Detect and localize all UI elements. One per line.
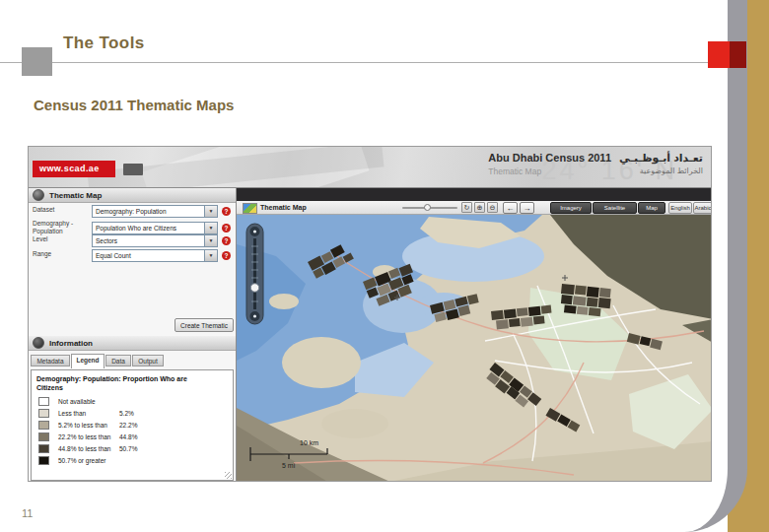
- zoom-out-button[interactable]: ⊖: [487, 202, 498, 213]
- language-arabic-button[interactable]: Arabic: [693, 202, 712, 214]
- opacity-slider[interactable]: [402, 207, 457, 209]
- red-accent-dark: [730, 41, 746, 68]
- level-dropdown[interactable]: Sectors ▼: [92, 234, 218, 247]
- chevron-down-icon[interactable]: ▼: [204, 206, 217, 217]
- map-icon: [243, 203, 257, 214]
- forward-button[interactable]: →: [520, 202, 534, 214]
- scale-km-label: 10 km: [300, 439, 318, 446]
- tab-metadata[interactable]: Metadata: [31, 355, 70, 366]
- refresh-button[interactable]: ↻: [461, 202, 472, 213]
- field-row-demography: Demography - Population Population Who a…: [29, 219, 236, 234]
- legend-swatch: [38, 456, 49, 465]
- logo-mark-icon: [123, 164, 143, 175]
- zoom-slider[interactable]: [246, 224, 263, 324]
- map-top-bar: [237, 188, 712, 201]
- legend-item: Not available: [38, 396, 233, 408]
- basemap-satellite-button[interactable]: Satellite: [593, 202, 637, 214]
- slider-knob[interactable]: [424, 204, 431, 211]
- legend-item: Less than 5.2%: [38, 408, 233, 420]
- information-label: Information: [49, 339, 93, 348]
- help-icon[interactable]: ?: [222, 236, 231, 245]
- app-window: 24° 16' N www.scad.ae Abu Dhabi Census 2…: [28, 146, 712, 482]
- legend-text: 22.2% to less than: [58, 433, 119, 440]
- app-title-english: Abu Dhabi Census 2011: [488, 152, 611, 164]
- tab-output[interactable]: Output: [132, 355, 164, 366]
- app-banner: 24° 16' N www.scad.ae Abu Dhabi Census 2…: [29, 147, 711, 188]
- legend-item: 44.8% to less than 50.7%: [38, 443, 233, 455]
- field-label: Range: [33, 250, 90, 258]
- page-number: 11: [22, 507, 33, 519]
- language-english-button[interactable]: English: [668, 202, 692, 214]
- basemap-map-button[interactable]: Map: [638, 202, 665, 214]
- back-button[interactable]: ←: [503, 202, 518, 214]
- zoom-slider-thumb[interactable]: [250, 284, 258, 292]
- map-canvas[interactable]: 10 km 5 mi: [237, 215, 712, 482]
- slide-content-panel: The Tools Census 2011 Thematic Maps 24° …: [0, 0, 747, 532]
- legend-swatch: [38, 409, 49, 418]
- help-icon[interactable]: ?: [222, 251, 231, 260]
- legend-text: Less than: [58, 410, 119, 417]
- legend-value: 5.2%: [119, 410, 134, 417]
- legend-text: Not available: [58, 398, 119, 405]
- app-subtitle-english: Thematic Map: [488, 166, 541, 176]
- info-icon: [33, 337, 44, 349]
- scale-mi-label: 5 mi: [282, 462, 296, 469]
- banner-titles: Abu Dhabi Census 2011 تعـداد أبـوظـبـي T…: [488, 152, 703, 176]
- legend-panel: Demography: Population: Proportion Who a…: [31, 369, 234, 481]
- map-tab-label: Thematic Map: [260, 204, 307, 211]
- slide: The Tools Census 2011 Thematic Maps 24° …: [0, 0, 769, 532]
- legend-item: 5.2% to less than 22.2%: [38, 420, 233, 432]
- app-subtitle-arabic: الخرائط الموضوعية: [640, 166, 703, 176]
- chevron-down-icon[interactable]: ▼: [204, 250, 217, 261]
- panel-header-label: Thematic Map: [49, 191, 102, 200]
- control-panel: Thematic Map Dataset Demography: Populat…: [29, 188, 237, 482]
- globe-icon: [33, 189, 44, 201]
- legend-swatch: [38, 444, 49, 453]
- legend-value: 50.7%: [119, 445, 137, 452]
- dropdown-value: Population Who are Citizens: [93, 223, 204, 233]
- chevron-down-icon[interactable]: ▼: [204, 235, 217, 246]
- scad-site-badge[interactable]: www.scad.ae: [33, 161, 115, 177]
- legend-item: 22.2% to less than 44.8%: [38, 432, 233, 443]
- field-row-range: Range Equal Count ▼ ?: [29, 249, 236, 265]
- legend-title: Demography: Population: Proportion Who a…: [36, 374, 194, 393]
- basemap-imagery-button[interactable]: Imagery: [550, 202, 592, 214]
- legend-value: 44.8%: [119, 433, 137, 440]
- dataset-dropdown[interactable]: Demography: Population ▼: [92, 205, 218, 218]
- demography-dropdown[interactable]: Population Who are Citizens ▼: [92, 222, 218, 234]
- help-icon[interactable]: ?: [222, 207, 231, 216]
- legend-swatch: [38, 421, 49, 430]
- legend-text: 44.8% to less than: [58, 445, 119, 452]
- field-row-level: Level Sectors ▼ ?: [29, 234, 236, 250]
- info-tabs: Metadata Legend Data Output: [31, 354, 238, 368]
- tab-data[interactable]: Data: [105, 355, 131, 366]
- help-icon[interactable]: ?: [222, 224, 231, 233]
- slide-title: The Tools: [63, 33, 145, 53]
- map-toolbar: Thematic Map ↻ ⊕ ⊖ ← → Imagery Satellite…: [237, 201, 712, 215]
- slide-subtitle: Census 2011 Thematic Maps: [34, 97, 234, 113]
- legend-item: 50.7% or greater: [38, 455, 233, 467]
- field-label: Level: [33, 235, 90, 243]
- dropdown-value: Sectors: [93, 235, 204, 246]
- range-dropdown[interactable]: Equal Count ▼: [92, 249, 218, 262]
- dropdown-value: Demography: Population: [93, 206, 204, 217]
- legend-text: 50.7% or greater: [58, 457, 119, 464]
- zoom-in-button[interactable]: ⊕: [474, 202, 485, 213]
- panel-header: Thematic Map: [29, 188, 236, 203]
- field-label: Dataset: [33, 206, 90, 214]
- create-thematic-button[interactable]: Create Thematic: [175, 318, 234, 332]
- legend-swatch: [38, 432, 49, 441]
- legend-value: 22.2%: [119, 422, 137, 429]
- app-title-arabic: تعـداد أبـوظـبـي: [619, 152, 703, 165]
- dropdown-value: Equal Count: [93, 250, 204, 261]
- title-underline: [0, 62, 728, 63]
- legend-swatch: [38, 397, 49, 406]
- information-header: Information: [29, 336, 236, 351]
- chevron-down-icon[interactable]: ▼: [204, 223, 217, 233]
- resize-grip-icon[interactable]: [225, 472, 232, 479]
- legend-text: 5.2% to less than: [58, 422, 119, 429]
- map-area: Thematic Map ↻ ⊕ ⊖ ← → Imagery Satellite…: [237, 188, 712, 482]
- title-accent-square: [22, 47, 52, 76]
- red-accent-bright: [708, 41, 730, 68]
- tab-legend[interactable]: Legend: [71, 354, 105, 368]
